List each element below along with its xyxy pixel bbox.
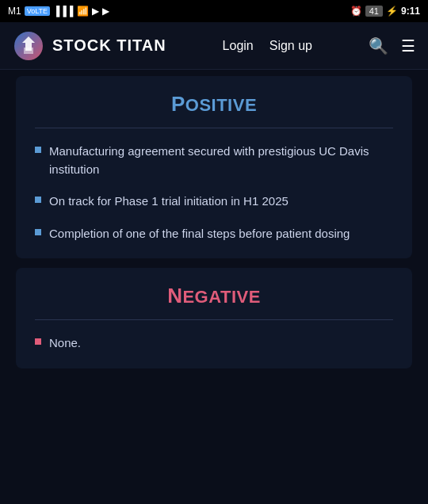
main-content: POSITIVE Manufacturing agreement secured… [0,76,428,368]
battery-level: 41 [365,6,383,17]
status-bar: M1 VoLTE ▐▐▐ 📶 ▶ ▶ ⏰ 41 ⚡ 9:11 [0,0,428,22]
navbar: STOCK TITAN Login Sign up 🔍 ☰ [0,22,428,70]
positive-bullet-item-1: Manufacturing agreement secured with pre… [35,143,393,178]
brand: STOCK TITAN [13,30,166,62]
positive-bullet-square-1 [35,147,41,153]
negative-bullet-text-1: None. [49,334,81,353]
brand-name-label: STOCK TITAN [52,36,166,55]
negative-bullet-square-1 [35,338,41,345]
positive-bullet-list: Manufacturing agreement secured with pre… [35,143,393,242]
signal-bars-icon: ▐▐▐ [53,6,74,17]
negative-card: NEGATIVE None. [16,268,412,368]
volte-badge: VoLTE [25,6,50,16]
hamburger-menu-icon[interactable]: ☰ [401,36,415,55]
positive-bullet-item-3: Completion of one of the final steps bef… [35,225,393,243]
negative-divider [35,319,393,320]
status-left: M1 VoLTE ▐▐▐ 📶 ▶ ▶ [8,6,109,17]
nav-links: Login Sign up [223,39,312,53]
positive-bullet-square-3 [35,229,41,235]
login-link[interactable]: Login [223,39,254,53]
nav-icons: 🔍 ☰ [369,36,415,55]
brand-logo-icon [13,30,44,62]
alarm-icon: ⏰ [350,6,362,17]
negative-title-first: N [167,284,182,307]
charging-icon: ⚡ [386,6,398,17]
positive-bullet-text-1: Manufacturing agreement secured with pre… [49,143,393,178]
search-icon[interactable]: 🔍 [369,36,388,55]
positive-bullet-square-2 [35,197,41,203]
time-display: 9:11 [401,6,420,17]
wifi-icon: 📶 [77,6,89,17]
positive-bullet-text-2: On track for Phase 1 trial initiation in… [49,193,289,211]
media-icon: ▶ [102,6,109,17]
positive-title: POSITIVE [35,92,393,116]
negative-bullet-list: None. [35,334,393,353]
positive-card: POSITIVE Manufacturing agreement secured… [16,76,412,258]
positive-title-first: P [171,92,185,116]
positive-bullet-text-3: Completion of one of the final steps bef… [49,225,350,243]
negative-title: NEGATIVE [35,284,393,308]
negative-title-rest: EGATIVE [182,287,260,307]
youtube-icon: ▶ [92,6,99,17]
positive-divider [35,128,393,128]
negative-bullet-item-1: None. [35,334,393,353]
carrier-label: M1 [8,6,21,17]
positive-title-rest: OSITIVE [185,95,257,115]
signup-link[interactable]: Sign up [269,39,312,53]
positive-bullet-item-2: On track for Phase 1 trial initiation in… [35,193,393,211]
status-right: ⏰ 41 ⚡ 9:11 [350,6,420,17]
